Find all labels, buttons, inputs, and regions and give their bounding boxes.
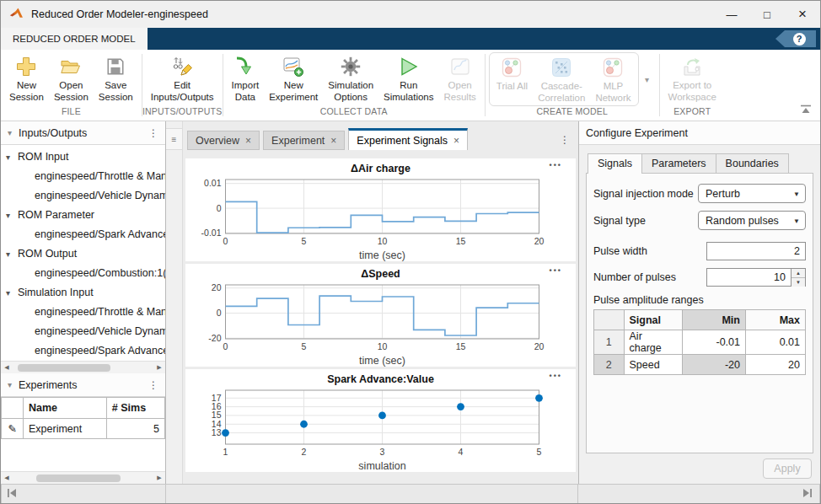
- cascade-correlation-button[interactable]: Cascade- Correlation: [533, 53, 590, 105]
- svg-text:15: 15: [456, 341, 466, 351]
- scroll-left-icon[interactable]: ◀: [1, 364, 13, 371]
- tree-item-signal[interactable]: enginespeed/Combustion:1(T: [1, 264, 165, 283]
- chevron-down-icon[interactable]: ▾: [6, 206, 18, 225]
- simulation-options-button[interactable]: Simulation Options: [323, 52, 378, 106]
- panel-menu-icon[interactable]: ⋮: [148, 127, 158, 139]
- scroll-right-icon[interactable]: ▶: [153, 475, 165, 481]
- collapse-panel-icon[interactable]: ▾: [8, 380, 12, 389]
- scrollbar-thumb[interactable]: [18, 364, 110, 372]
- document-list-icon[interactable]: ≡: [166, 128, 182, 150]
- tree-item-signal[interactable]: enginespeed/Spark Advance:: [1, 341, 165, 361]
- play-icon: [398, 54, 420, 79]
- import-arrow-icon: [234, 54, 256, 79]
- trial-all-button[interactable]: Trial All: [491, 53, 533, 105]
- amp-max-cell[interactable]: 20: [745, 355, 805, 375]
- chevron-down-icon[interactable]: ▾: [6, 244, 18, 264]
- spinner-up-icon[interactable]: ▲: [791, 269, 805, 278]
- chevron-down-icon[interactable]: ▾: [6, 147, 18, 167]
- chart-menu-icon[interactable]: •••: [550, 372, 562, 380]
- amp-col-blank: [594, 310, 625, 330]
- signal-injection-mode-label: Signal injection mode: [593, 188, 698, 200]
- new-session-button[interactable]: New Session: [4, 52, 49, 106]
- spinner-down-icon[interactable]: ▼: [791, 278, 805, 287]
- amp-signal-cell[interactable]: Speed: [624, 355, 682, 375]
- experiment-name-cell[interactable]: Experiment: [24, 419, 107, 439]
- amp-min-cell[interactable]: -20: [682, 355, 745, 375]
- experiment-row[interactable]: ✎ Experiment 5: [2, 419, 165, 439]
- scroll-left-icon[interactable]: ◀: [1, 475, 13, 481]
- amp-min-cell[interactable]: -0.01: [682, 330, 745, 355]
- experiments-table: Name # Sims ✎ Experiment 5: [1, 397, 165, 439]
- save-session-button[interactable]: Save Session: [94, 52, 138, 106]
- close-tab-icon[interactable]: ×: [330, 135, 336, 147]
- signal-injection-mode-dropdown[interactable]: Perturb ▼: [698, 184, 806, 203]
- experiments-panel-header: ▾ Experiments ⋮: [1, 373, 165, 397]
- chart-menu-icon[interactable]: •••: [550, 266, 562, 275]
- help-button[interactable]: ?: [775, 30, 816, 47]
- tree-item-rom-output[interactable]: ▾ROM Output: [1, 244, 165, 264]
- collapse-right-panel-button[interactable]: [802, 488, 813, 501]
- number-of-pulses-input[interactable]: 10: [706, 268, 791, 287]
- collapse-ribbon-button[interactable]: [800, 105, 812, 116]
- experiments-horizontal-scrollbar[interactable]: ◀ ▶: [1, 471, 165, 484]
- close-button[interactable]: ×: [785, 1, 820, 28]
- open-session-button[interactable]: Open Session: [49, 52, 94, 106]
- tab-signals[interactable]: Signals: [588, 153, 642, 174]
- new-experiment-button[interactable]: New Experiment: [264, 52, 323, 106]
- model-gallery-box: Trial All: [489, 52, 639, 106]
- tab-parameters[interactable]: Parameters: [641, 153, 716, 173]
- scrollbar-track[interactable]: [13, 363, 153, 373]
- collapse-panel-icon[interactable]: ▾: [8, 128, 12, 137]
- tree-item-simulation-input[interactable]: ▾Simulation Input: [1, 283, 165, 303]
- svg-text:1: 1: [223, 447, 228, 457]
- chevron-down-icon[interactable]: ▾: [6, 283, 18, 303]
- panel-menu-icon[interactable]: ⋮: [148, 379, 158, 391]
- run-simulations-button[interactable]: Run Simulations: [378, 52, 438, 106]
- scroll-right-icon[interactable]: ▶: [153, 364, 165, 371]
- model-gallery-dropdown-button[interactable]: ▾: [639, 52, 656, 106]
- pulse-width-input[interactable]: 2: [706, 242, 806, 260]
- amp-signal-cell[interactable]: Air charge: [624, 330, 682, 355]
- close-tab-icon[interactable]: ×: [453, 135, 459, 147]
- ribbon-spacer: [725, 50, 820, 121]
- mlp-network-button[interactable]: MLP Network: [590, 53, 636, 105]
- open-results-button[interactable]: Open Results: [438, 52, 480, 106]
- scrollbar-track[interactable]: [13, 474, 153, 483]
- amp-max-cell[interactable]: 0.01: [745, 330, 805, 355]
- tree-horizontal-scrollbar[interactable]: ◀ ▶: [1, 361, 165, 373]
- edit-pencil-icon[interactable]: ✎: [2, 419, 24, 439]
- experiment-sims-cell[interactable]: 5: [106, 419, 164, 439]
- tab-boundaries[interactable]: Boundaries: [716, 153, 789, 173]
- export-to-workspace-button[interactable]: Export to Workspace: [663, 52, 722, 106]
- tree-item-signal[interactable]: enginespeed/Throttle & Manif: [1, 303, 165, 322]
- amp-row-speed: 2 Speed -20 20: [594, 355, 806, 375]
- signal-type-dropdown[interactable]: Random pulses ▼: [698, 211, 806, 230]
- chart-menu-icon[interactable]: •••: [550, 161, 562, 169]
- collapse-left-panel-button[interactable]: [7, 488, 17, 501]
- tab-overflow-menu-icon[interactable]: ⋮: [560, 134, 570, 146]
- tree-item-signal[interactable]: enginespeed/Spark Advance:: [1, 225, 165, 244]
- tree-item-rom-parameter[interactable]: ▾ROM Parameter: [1, 206, 165, 225]
- import-data-button[interactable]: Import Data: [227, 52, 265, 106]
- tree-item-rom-input[interactable]: ▾ROM Input: [1, 147, 165, 167]
- spark-advance-chart-panel: Spark Advance:Value ••• 123451716151413s…: [185, 369, 576, 472]
- tree-item-signal[interactable]: enginespeed/Vehicle Dynami: [1, 322, 165, 341]
- question-icon: ?: [793, 33, 806, 46]
- tab-experiment-signals[interactable]: Experiment Signals ×: [348, 128, 468, 150]
- tab-experiment[interactable]: Experiment ×: [263, 131, 345, 150]
- apply-button[interactable]: Apply: [763, 458, 812, 479]
- tab-overview[interactable]: Overview ×: [187, 131, 260, 150]
- tree-item-signal[interactable]: enginespeed/Throttle & Manif: [1, 167, 165, 186]
- edit-inputs-outputs-button[interactable]: Edit Inputs/Outputs: [146, 52, 219, 106]
- scrollbar-thumb[interactable]: [36, 475, 121, 482]
- tree-item-signal[interactable]: enginespeed/Vehicle Dynami: [1, 186, 165, 206]
- amp-col-signal: Signal: [624, 310, 682, 330]
- maximize-button[interactable]: □: [749, 1, 785, 28]
- close-tab-icon[interactable]: ×: [245, 135, 251, 147]
- signals-tab-content: Signal injection mode Perturb ▼ Signal t…: [586, 173, 813, 453]
- experiments-col-blank: [2, 398, 24, 419]
- tab-reduced-order-model[interactable]: REDUCED ORDER MODEL: [1, 28, 148, 50]
- svg-text:15: 15: [456, 236, 466, 246]
- minimize-button[interactable]: —: [714, 1, 749, 28]
- apply-button-row: Apply: [586, 453, 813, 484]
